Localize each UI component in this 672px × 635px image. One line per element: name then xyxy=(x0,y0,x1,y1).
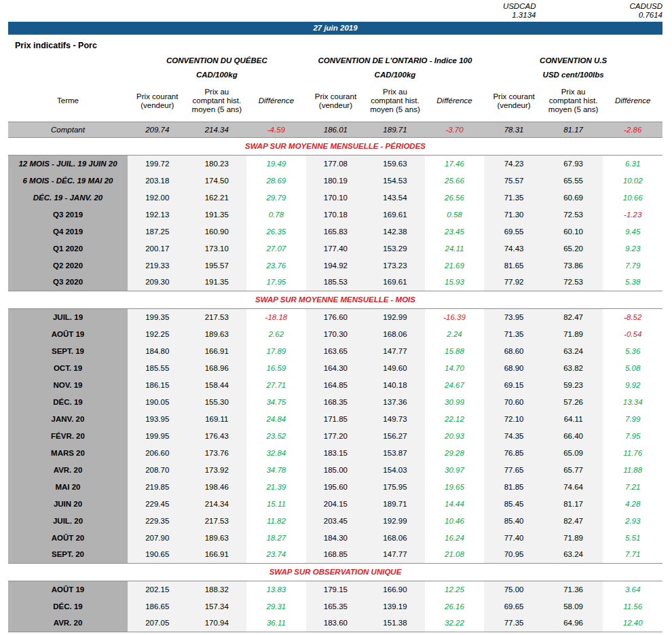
terme-cell: Q3 2020 xyxy=(8,274,128,291)
difference-value: -18.18 xyxy=(246,308,306,325)
col-header-prix-courant: Prix courant (vendeur) xyxy=(484,81,544,122)
price-value: 192.99 xyxy=(365,512,425,529)
price-value: 184.80 xyxy=(128,342,187,359)
difference-value: 32.84 xyxy=(246,444,306,461)
price-value: 229.45 xyxy=(128,495,187,512)
price-value: 189.71 xyxy=(365,122,425,137)
price-value: 68.90 xyxy=(484,359,544,376)
difference-value: 21.69 xyxy=(425,257,485,274)
price-value: 143.54 xyxy=(365,189,425,206)
difference-value: 7.71 xyxy=(603,546,662,563)
price-value: 149.60 xyxy=(365,359,425,376)
terme-cell: JUIN 20 xyxy=(8,495,128,512)
price-value: 200.17 xyxy=(128,240,187,257)
price-value: 168.85 xyxy=(306,546,366,563)
price-value: 214.34 xyxy=(187,122,247,137)
price-value: 168.96 xyxy=(187,359,247,376)
difference-value: 10.02 xyxy=(603,172,662,189)
col-header-difference: Différence xyxy=(425,81,485,122)
terme-column-header: Terme xyxy=(8,81,128,122)
price-value: 66.40 xyxy=(544,427,603,444)
price-value: 69.55 xyxy=(484,223,544,240)
difference-value: 13.34 xyxy=(603,393,662,410)
difference-value: 2.93 xyxy=(603,512,662,529)
difference-value: 5.08 xyxy=(603,359,662,376)
price-value: 183.60 xyxy=(306,615,366,632)
difference-value: 25.66 xyxy=(425,172,485,189)
section-title-row: SWAP SUR OBSERVATION UNIQUE xyxy=(8,563,662,581)
table-row: AVR. 20208.70173.9234.78185.00154.0330.9… xyxy=(8,461,662,478)
price-value: 72.53 xyxy=(544,206,603,223)
difference-value: 27.71 xyxy=(246,376,306,393)
price-value: 142.38 xyxy=(365,223,425,240)
difference-value: 21.08 xyxy=(425,546,485,563)
price-value: 74.35 xyxy=(484,427,544,444)
difference-value: 13.83 xyxy=(246,581,306,598)
price-value: 169.11 xyxy=(187,410,247,427)
date-bar: 27 juin 2019 xyxy=(8,22,662,35)
price-value: 189.71 xyxy=(365,495,425,512)
terme-cell: AOÛT 19 xyxy=(8,581,128,598)
difference-value: 30.99 xyxy=(425,393,485,410)
price-value: 153.87 xyxy=(365,444,425,461)
price-value: 202.15 xyxy=(128,581,187,598)
price-value: 179.15 xyxy=(306,581,366,598)
price-value: 187.25 xyxy=(128,223,187,240)
price-value: 85.45 xyxy=(484,495,544,512)
price-value: 219.33 xyxy=(128,257,187,274)
difference-value: 4.28 xyxy=(603,495,662,512)
price-value: 156.27 xyxy=(365,427,425,444)
price-value: 139.19 xyxy=(365,598,425,615)
col-header-difference: Différence xyxy=(246,81,306,122)
terme-cell: DÉC. 19 xyxy=(8,598,128,615)
price-value: 71.35 xyxy=(484,325,544,342)
terme-cell: JANV. 20 xyxy=(8,410,128,427)
fx-cadusd-label: CADUSD xyxy=(629,2,662,11)
price-value: 229.35 xyxy=(128,512,187,529)
difference-value: 36.11 xyxy=(246,615,306,632)
price-value: 170.10 xyxy=(306,189,366,206)
price-value: 209.74 xyxy=(128,122,187,137)
difference-value: 32.22 xyxy=(425,615,485,632)
table-row: Q1 2020200.17173.1027.07177.40153.2924.1… xyxy=(8,240,662,257)
table-row: DÉC. 19190.05155.3034.75168.35137.3630.9… xyxy=(8,393,662,410)
table-row: Q4 2019187.25160.9026.35165.83142.3823.4… xyxy=(8,223,662,240)
table-row: MARS 20206.60173.7632.84183.15153.8729.2… xyxy=(8,444,662,461)
column-header-row: Terme Prix courant (vendeur) Prix au com… xyxy=(8,81,662,122)
price-value: 81.17 xyxy=(544,495,603,512)
comptant-row: Comptant209.74214.34-4.59186.01189.71-3.… xyxy=(8,122,662,137)
page-root: USDCAD 1.3134 CADUSD 0.7614 27 juin 2019… xyxy=(0,0,672,632)
price-value: 57.26 xyxy=(544,393,603,410)
price-value: 209.30 xyxy=(128,274,187,291)
difference-value: 21.39 xyxy=(246,478,306,495)
col-header-prix-comptant: Prix au comptant hist. moyen (5 ans) xyxy=(544,81,603,122)
price-value: 207.05 xyxy=(128,615,187,632)
terme-cell: JUIL. 20 xyxy=(8,512,128,529)
price-value: 185.55 xyxy=(128,359,187,376)
terme-cell: SEPT. 20 xyxy=(8,546,128,563)
group-header-quebec: CONVENTION DU QUÉBEC xyxy=(128,53,306,68)
price-value: 191.35 xyxy=(187,274,247,291)
col-header-prix-comptant: Prix au comptant hist. moyen (5 ans) xyxy=(187,81,247,122)
difference-value: 9.45 xyxy=(603,223,662,240)
terme-cell: Q2 2020 xyxy=(8,257,128,274)
price-value: 63.24 xyxy=(544,342,603,359)
fx-quotes: USDCAD 1.3134 CADUSD 0.7614 xyxy=(8,1,662,22)
terme-cell: NOV. 19 xyxy=(8,376,128,393)
price-value: 217.53 xyxy=(187,308,247,325)
terme-cell: OCT. 19 xyxy=(8,359,128,376)
price-value: 173.23 xyxy=(365,257,425,274)
price-value: 175.95 xyxy=(365,478,425,495)
price-value: 162.21 xyxy=(187,189,247,206)
terme-cell: DÉC. 19 - JANV. 20 xyxy=(8,189,128,206)
price-value: 69.15 xyxy=(484,376,544,393)
price-value: 63.82 xyxy=(544,359,603,376)
price-value: 140.18 xyxy=(365,376,425,393)
difference-value: 10.66 xyxy=(603,189,662,206)
price-value: 159.63 xyxy=(365,155,425,172)
difference-value: 29.28 xyxy=(425,444,485,461)
table-row: MAI 20219.85198.4621.39195.60175.9519.65… xyxy=(8,478,662,495)
price-value: 173.76 xyxy=(187,444,247,461)
price-value: 74.64 xyxy=(544,478,603,495)
price-value: 165.83 xyxy=(306,223,366,240)
